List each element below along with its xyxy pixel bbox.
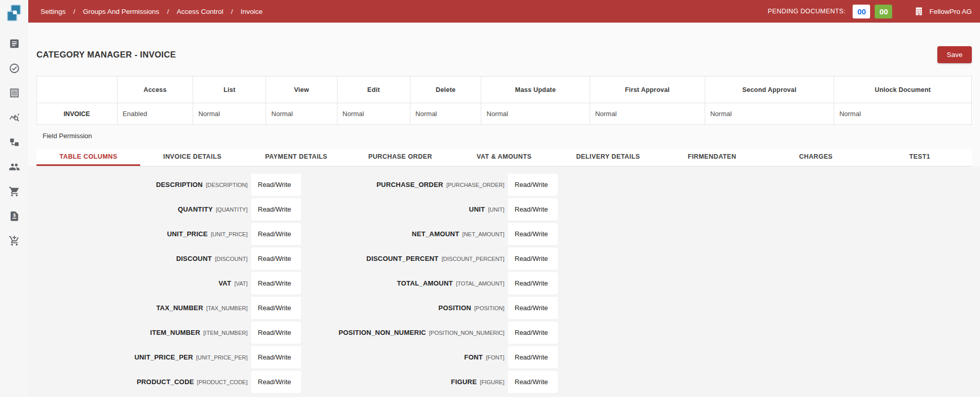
field-label: UNIT[UNIT]	[469, 205, 504, 213]
field-key: [FIGURE]	[480, 379, 504, 385]
analytics-search-icon[interactable]	[8, 111, 21, 124]
tab-firmendaten[interactable]: FIRMENDATEN	[660, 149, 764, 166]
access-table: AccessListViewEditDeleteMass UpdateFirst…	[36, 76, 972, 125]
breadcrumb-item-groups-and-permissions[interactable]: Groups And Permissions	[83, 8, 160, 15]
field-name: PRODUCT_CODE	[137, 378, 194, 386]
fields-left: DESCRIPTION[DESCRIPTION]Read/WriteQUANTI…	[28, 174, 301, 395]
company-menu[interactable]: FellowPro AG	[914, 6, 974, 16]
field-permission-select[interactable]: Read/Write	[508, 371, 558, 393]
field-permission-select[interactable]: Read/Write	[251, 198, 301, 220]
access-column-header: View	[266, 77, 337, 103]
field-permission-select[interactable]: Read/Write	[251, 272, 301, 294]
field-key: [QUANTITY]	[216, 206, 248, 213]
field-name: TOTAL_AMOUNT	[397, 279, 453, 287]
access-column-header: First Approval	[590, 77, 705, 103]
permission-value-cell[interactable]: Normal	[410, 103, 481, 125]
tab-delivery-details[interactable]: DELIVERY DETAILS	[556, 149, 660, 166]
field-name: QUANTITY	[178, 205, 213, 213]
permission-value-cell[interactable]: Normal	[266, 103, 337, 125]
pending-badge-green[interactable]: 00	[875, 5, 892, 18]
field-permission-select[interactable]: Read/Write	[251, 322, 301, 344]
field-name: UNIT_PRICE	[167, 230, 208, 238]
users-icon[interactable]	[8, 161, 21, 173]
field-row: FIGURE[FIGURE]Read/Write	[301, 371, 558, 393]
field-name: TAX_NUMBER	[156, 304, 203, 312]
field-permission-select[interactable]: Read/Write	[508, 174, 558, 196]
field-row: DESCRIPTION[DESCRIPTION]Read/Write	[28, 174, 301, 196]
field-name: POSITION_NON_NUMERIC	[338, 329, 426, 336]
document-icon[interactable]	[8, 37, 21, 50]
field-key: [DESCRIPTION]	[206, 182, 248, 188]
field-label: NET_AMOUNT[NET_AMOUNT]	[412, 230, 504, 238]
breadcrumb-item-settings[interactable]: Settings	[41, 8, 66, 15]
field-row: VAT[VAT]Read/Write	[28, 272, 301, 294]
field-permission-select[interactable]: Read/Write	[251, 223, 301, 245]
flowchart-icon[interactable]	[8, 136, 21, 148]
add-to-cart-icon[interactable]	[8, 235, 21, 247]
field-key: [TAX_NUMBER]	[206, 305, 248, 311]
field-label: ITEM_NUMBER[ITEM_NUMBER]	[150, 329, 248, 336]
field-name: DESCRIPTION	[156, 181, 203, 188]
access-column-header: Delete	[410, 77, 481, 103]
breadcrumb-separator: /	[231, 8, 233, 15]
permission-value-cell[interactable]: Normal	[705, 103, 834, 125]
receipt-icon[interactable]	[8, 87, 21, 99]
field-permission-select[interactable]: Read/Write	[508, 223, 558, 245]
field-permission-select[interactable]: Read/Write	[251, 248, 301, 270]
permission-value-cell[interactable]: Normal	[481, 103, 590, 125]
shopping-cart-icon[interactable]	[8, 185, 21, 198]
tab-purchase-order[interactable]: PURCHASE ORDER	[348, 149, 452, 166]
field-permission-select[interactable]: Read/Write	[508, 322, 558, 344]
check-circle-icon[interactable]	[8, 62, 21, 74]
field-label: TOTAL_AMOUNT[TOTAL_AMOUNT]	[397, 279, 504, 287]
field-key: [VAT]	[234, 280, 248, 287]
access-column-header	[37, 77, 118, 103]
breadcrumb-item-invoice[interactable]: Invoice	[240, 8, 262, 15]
sidebar-nav: $	[8, 37, 21, 247]
tab-table-columns[interactable]: TABLE COLUMNS	[36, 149, 140, 166]
field-permission-select[interactable]: Read/Write	[508, 248, 558, 270]
field-name: NET_AMOUNT	[412, 230, 459, 238]
app-logo-icon[interactable]	[5, 4, 24, 25]
field-name: FIGURE	[451, 378, 477, 386]
access-table-header-row: AccessListViewEditDeleteMass UpdateFirst…	[37, 77, 972, 103]
main-area: Settings/Groups And Permissions/Access C…	[28, 0, 980, 397]
field-label: FONT[FONT]	[464, 353, 504, 361]
field-label: DISCOUNT_PERCENT[DISCOUNT_PERCENT]	[366, 255, 504, 262]
field-label: UNIT_PRICE[UNIT_PRICE]	[167, 230, 248, 238]
tab-invoice-details[interactable]: INVOICE DETAILS	[140, 149, 244, 166]
tab-test1[interactable]: TEST1	[868, 149, 972, 166]
field-label: UNIT_PRICE_PER[UNIT_PRICE_PER]	[135, 353, 248, 361]
field-permission-select[interactable]: Read/Write	[251, 346, 301, 368]
field-permission-select[interactable]: Read/Write	[251, 371, 301, 393]
field-permission-select[interactable]: Read/Write	[508, 198, 558, 220]
access-column-header: Edit	[337, 77, 410, 103]
permission-value-cell[interactable]: Normal	[193, 103, 266, 125]
field-permission-select[interactable]: Read/Write	[251, 297, 301, 319]
field-permission-select[interactable]: Read/Write	[508, 297, 558, 319]
field-permission-select[interactable]: Read/Write	[251, 174, 301, 196]
breadcrumb-item-access-control[interactable]: Access Control	[177, 8, 223, 15]
title-row: CATEGORY MANAGER - INVOICE Save	[36, 46, 972, 63]
permission-value-cell[interactable]: Normal	[337, 103, 410, 125]
field-row: UNIT_PRICE_PER[UNIT_PRICE_PER]Read/Write	[28, 346, 301, 368]
field-permission-select[interactable]: Read/Write	[508, 346, 558, 368]
fields-right: PURCHASE_ORDER[PURCHASE_ORDER]Read/Write…	[301, 174, 558, 395]
field-permission-select[interactable]: Read/Write	[508, 272, 558, 294]
permission-value-cell[interactable]: Normal	[590, 103, 705, 125]
page-title: CATEGORY MANAGER - INVOICE	[36, 50, 176, 60]
permission-value-cell[interactable]: Normal	[834, 103, 972, 125]
tab-vat-amounts[interactable]: VAT & AMOUNTS	[452, 149, 556, 166]
save-button[interactable]: Save	[937, 46, 972, 63]
tab-charges[interactable]: CHARGES	[764, 149, 868, 166]
sidebar: $	[0, 0, 28, 397]
invoice-dollar-icon[interactable]: $	[8, 210, 21, 222]
field-key: [PURCHASE_ORDER]	[446, 182, 504, 188]
field-key: [ITEM_NUMBER]	[203, 330, 248, 336]
permission-value-cell[interactable]: Enabled	[117, 103, 193, 125]
field-label: VAT[VAT]	[218, 279, 248, 287]
access-column-header: Second Approval	[705, 77, 834, 103]
pending-badge-blue[interactable]: 00	[853, 5, 870, 18]
pending-documents-label: PENDING DOCUMENTS:	[768, 8, 846, 15]
tab-payment-details[interactable]: PAYMENT DETAILS	[244, 149, 348, 166]
